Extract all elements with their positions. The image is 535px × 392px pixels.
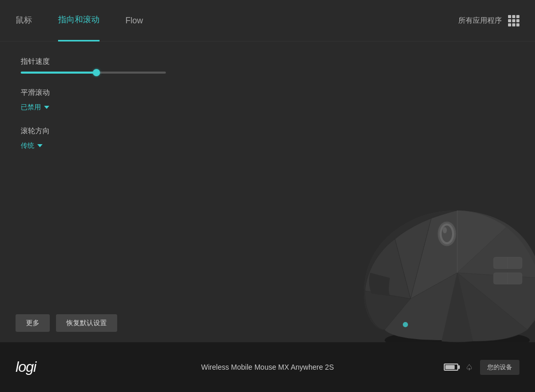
footer-right: ♤ 您的设备 (444, 360, 519, 375)
device-name: Wireless Mobile Mouse MX Anywhere 2S (201, 363, 334, 371)
nav-mouse[interactable]: 鼠标 (16, 0, 32, 41)
apps-grid-icon (508, 15, 519, 26)
battery-body (444, 363, 458, 371)
all-apps-button[interactable]: 所有应用程序 (458, 15, 519, 26)
bluetooth-icon: ♤ (466, 362, 473, 372)
chevron-down-icon-2 (37, 144, 43, 147)
my-devices-button[interactable]: 您的设备 (480, 360, 519, 375)
scroll-direction-label: 滚轮方向 (21, 127, 514, 136)
reset-button[interactable]: 恢复默认设置 (56, 314, 117, 332)
scroll-direction-group: 滚轮方向 传统 (21, 127, 514, 150)
scroll-direction-dropdown[interactable]: 传统 (21, 141, 514, 150)
pointer-speed-label: 指针速度 (21, 57, 514, 66)
all-apps-label: 所有应用程序 (458, 16, 502, 25)
smooth-scroll-group: 平滑滚动 已禁用 (21, 88, 514, 112)
app-container: 鼠标 指向和滚动 Flow 所有应用程序 指针速度 (0, 0, 535, 342)
chevron-down-icon (44, 106, 49, 109)
svg-point-3 (442, 226, 452, 242)
svg-rect-5 (494, 257, 522, 269)
slider-track (21, 72, 166, 74)
smooth-scroll-label: 平滑滚动 (21, 88, 514, 97)
battery-fill (445, 365, 455, 369)
top-nav: 鼠标 指向和滚动 Flow 所有应用程序 (0, 0, 535, 41)
smooth-scroll-dropdown[interactable]: 已禁用 (21, 103, 514, 112)
slider-fill (21, 72, 96, 74)
scroll-direction-value: 传统 (21, 141, 34, 150)
footer-bar: logi Wireless Mobile Mouse MX Anywhere 2… (0, 342, 535, 392)
battery-icon (444, 363, 458, 371)
pointer-speed-slider[interactable] (21, 72, 166, 74)
svg-point-4 (443, 227, 447, 233)
slider-thumb[interactable] (93, 69, 100, 76)
more-button[interactable]: 更多 (16, 314, 50, 332)
content-area: 指针速度 平滑滚动 已禁用 滚轮方向 传统 (0, 41, 535, 342)
svg-rect-6 (494, 273, 522, 284)
smooth-scroll-value: 已禁用 (21, 103, 41, 112)
pointer-speed-group: 指针速度 (21, 57, 514, 74)
nav-flow[interactable]: Flow (125, 0, 143, 41)
nav-pointing[interactable]: 指向和滚动 (58, 0, 100, 41)
bottom-buttons: 更多 恢复默认设置 (0, 314, 535, 342)
logi-logo: logi (16, 359, 36, 375)
